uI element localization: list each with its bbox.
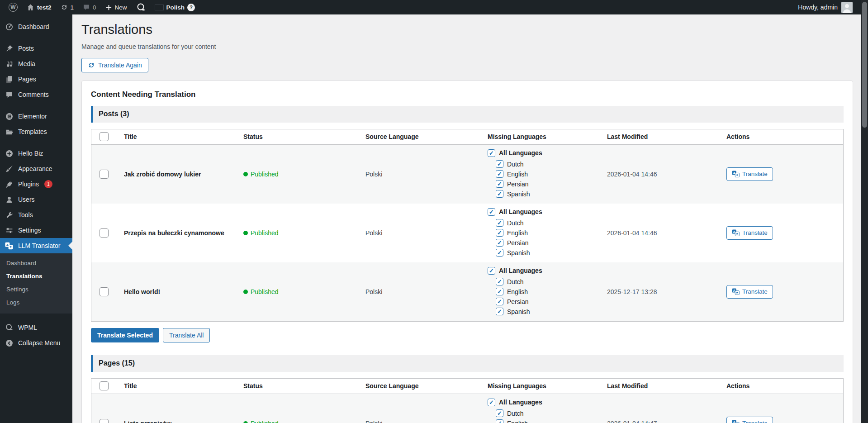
sidebar-item-llm-translator[interactable]: A LLM Translator [0, 238, 72, 253]
sidebar-item-comments[interactable]: Comments [0, 87, 72, 102]
comments-link[interactable]: 0 [79, 0, 100, 14]
language-checkbox[interactable] [496, 229, 503, 237]
sidebar-item-label: Tools [18, 211, 33, 219]
row-checkbox[interactable] [100, 419, 109, 423]
sidebar-item-label: Posts [18, 45, 34, 52]
sidebar-item-label: Settings [18, 227, 41, 234]
column-header-actions: Actions [723, 379, 843, 394]
status-dot [243, 231, 248, 235]
translate-icon: A [5, 242, 14, 250]
submenu-item-logs[interactable]: Logs [0, 296, 72, 309]
sidebar-item-elementor[interactable]: Elementor [0, 109, 72, 124]
language-checkbox[interactable] [496, 239, 503, 247]
column-header-status: Status [240, 379, 362, 394]
avatar[interactable] [841, 2, 853, 13]
language-checkbox[interactable] [496, 288, 503, 295]
language-label: Dutch [507, 410, 524, 417]
sidebar-item-users[interactable]: Users [0, 192, 72, 207]
all-languages-checkbox[interactable] [488, 267, 495, 275]
last-modified: 2025-12-17 13:28 [607, 288, 657, 295]
sidebar-item-hello-biz[interactable]: Hello Biz [0, 146, 72, 161]
new-content-menu[interactable]: New [101, 0, 131, 14]
page-title: Translations [81, 22, 868, 38]
language-label: Persian [507, 181, 528, 188]
language-switcher[interactable]: Polish ? [151, 0, 199, 14]
language-label: Spanish [507, 190, 530, 198]
sidebar-item-label: Pages [18, 76, 36, 83]
help-icon[interactable]: ? [187, 4, 195, 11]
language-checkbox[interactable] [496, 308, 503, 315]
language-checkbox[interactable] [496, 219, 503, 227]
wordpress-menu[interactable]: W [5, 0, 22, 14]
translate-row-button[interactable]: A Translate [726, 417, 773, 423]
select-all-checkbox[interactable] [100, 132, 109, 141]
sidebar-item-wpml[interactable]: WPML [0, 320, 72, 335]
translate-row-button[interactable]: A Translate [726, 167, 773, 181]
updates-icon [61, 4, 68, 11]
site-name: test2 [37, 4, 52, 11]
all-languages-label: All Languages [499, 399, 542, 406]
all-languages-label: All Languages [499, 208, 542, 215]
translate-selected-button[interactable]: Translate Selected [91, 328, 159, 342]
language-checkbox[interactable] [496, 180, 503, 188]
select-all-checkbox[interactable] [100, 381, 109, 390]
all-languages-label: All Languages [499, 267, 542, 274]
howdy-text[interactable]: Howdy, admin [798, 4, 838, 11]
site-name-link[interactable]: test2 [23, 0, 56, 14]
language-checkbox[interactable] [496, 160, 503, 168]
language-checkbox[interactable] [496, 170, 503, 178]
language-checkbox[interactable] [496, 298, 503, 305]
language-label: English [507, 420, 528, 423]
column-header-last-modified: Last Modified [603, 379, 723, 394]
user-avatar-icon [841, 2, 853, 13]
sidebar-item-posts[interactable]: Posts [0, 41, 72, 56]
posts-section-header: Posts (3) [91, 106, 844, 123]
translate-icon: A [732, 288, 740, 295]
row-checkbox[interactable] [100, 228, 109, 238]
language-checkbox[interactable] [496, 419, 503, 423]
refresh-icon [88, 62, 95, 69]
sidebar-item-tools[interactable]: Tools [0, 207, 72, 223]
sidebar-item-pages[interactable]: Pages [0, 71, 72, 87]
translate-all-button[interactable]: Translate All [163, 328, 210, 342]
page-scrollbar[interactable] [861, 0, 868, 423]
status-badge: Published [251, 288, 279, 295]
language-checkbox[interactable] [496, 190, 503, 198]
column-header-missing-languages: Missing Languages [484, 129, 603, 144]
row-checkbox[interactable] [100, 170, 109, 179]
translate-row-button[interactable]: A Translate [726, 285, 773, 299]
translate-again-button[interactable]: Translate Again [81, 58, 148, 72]
sidebar-item-templates[interactable]: Templates [0, 124, 72, 139]
submenu-item-settings[interactable]: Settings [0, 283, 72, 296]
submenu-item-dashboard[interactable]: Dashboard [0, 257, 72, 270]
sidebar-item-label: Plugins [18, 181, 39, 188]
plus-icon [105, 4, 112, 11]
language-checkbox[interactable] [496, 249, 503, 257]
all-languages-checkbox[interactable] [488, 208, 495, 216]
updates-link[interactable]: 1 [57, 0, 78, 14]
all-languages-checkbox[interactable] [488, 149, 495, 157]
collapse-arrow-icon [5, 339, 14, 347]
translate-row-button[interactable]: A Translate [726, 226, 773, 240]
all-languages-checkbox[interactable] [488, 399, 495, 406]
column-header-title: Title [117, 379, 240, 394]
column-header-status: Status [240, 129, 362, 144]
sidebar-item-settings[interactable]: Settings [0, 223, 72, 238]
language-label: Polish [166, 4, 185, 11]
sidebar-item-appearance[interactable]: Appearance [0, 161, 72, 176]
plugins-update-badge: 1 [44, 180, 52, 188]
submenu-item-translations[interactable]: Translations [0, 270, 72, 283]
language-checkbox[interactable] [496, 409, 503, 417]
sidebar-item-plugins[interactable]: Plugins 1 [0, 176, 72, 192]
language-checkbox[interactable] [496, 278, 503, 285]
admin-sidebar: Dashboard Posts Media Pages Comments Ele… [0, 14, 72, 423]
translate-again-label: Translate Again [98, 62, 142, 69]
sidebar-item-media[interactable]: Media [0, 56, 72, 71]
sidebar-item-collapse-menu[interactable]: Collapse Menu [0, 335, 72, 351]
card-title: Content Needing Translation [91, 90, 844, 99]
row-checkbox[interactable] [100, 287, 109, 296]
scrollbar-thumb[interactable] [862, 2, 867, 128]
post-title: Hello world! [124, 288, 160, 295]
wpml-adminbar-menu[interactable] [132, 0, 150, 14]
sidebar-item-dashboard[interactable]: Dashboard [0, 19, 72, 34]
